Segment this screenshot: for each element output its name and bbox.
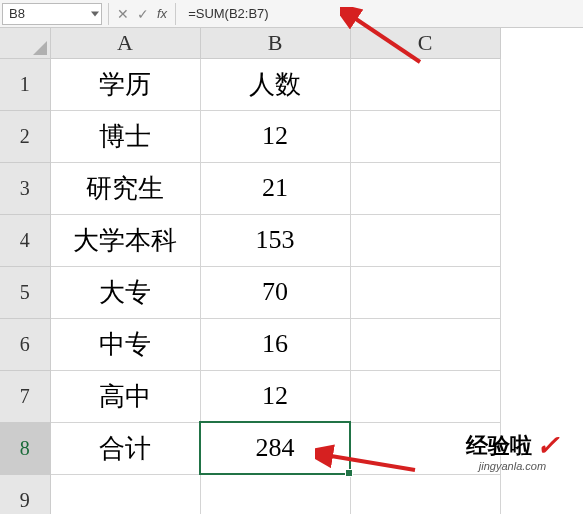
cell-B4[interactable]: 153 bbox=[200, 214, 350, 266]
cell-A2[interactable]: 博士 bbox=[50, 110, 200, 162]
cell-A5[interactable]: 大专 bbox=[50, 266, 200, 318]
row-header-5[interactable]: 5 bbox=[0, 266, 50, 318]
row-header-6[interactable]: 6 bbox=[0, 318, 50, 370]
svg-line-0 bbox=[350, 15, 420, 62]
name-box[interactable]: B8 bbox=[2, 3, 102, 25]
row-header-1[interactable]: 1 bbox=[0, 58, 50, 110]
cell-C7[interactable] bbox=[350, 370, 500, 422]
cancel-icon[interactable]: ✕ bbox=[117, 6, 129, 22]
row-header-3[interactable]: 3 bbox=[0, 162, 50, 214]
cell-B2[interactable]: 12 bbox=[200, 110, 350, 162]
cell-A8[interactable]: 合计 bbox=[50, 422, 200, 474]
cell-A7[interactable]: 高中 bbox=[50, 370, 200, 422]
name-box-value: B8 bbox=[9, 6, 25, 21]
cell-C5[interactable] bbox=[350, 266, 500, 318]
annotation-arrow-result bbox=[315, 440, 425, 480]
cell-C4[interactable] bbox=[350, 214, 500, 266]
cell-B5[interactable]: 70 bbox=[200, 266, 350, 318]
select-all-corner[interactable] bbox=[0, 28, 50, 58]
cell-C2[interactable] bbox=[350, 110, 500, 162]
row-header-2[interactable]: 2 bbox=[0, 110, 50, 162]
row-header-8[interactable]: 8 bbox=[0, 422, 50, 474]
formula-buttons: ✕ ✓ fx bbox=[108, 3, 176, 25]
spreadsheet-grid: A B C 1 学历 人数 2 博士 12 3 研究生 21 4 大学本科 15… bbox=[0, 28, 583, 514]
cell-C6[interactable] bbox=[350, 318, 500, 370]
cell-A9[interactable] bbox=[50, 474, 200, 514]
row-header-7[interactable]: 7 bbox=[0, 370, 50, 422]
column-header-B[interactable]: B bbox=[200, 28, 350, 58]
cell-C9[interactable] bbox=[350, 474, 500, 514]
cell-B6[interactable]: 16 bbox=[200, 318, 350, 370]
column-header-A[interactable]: A bbox=[50, 28, 200, 58]
fx-icon[interactable]: fx bbox=[157, 6, 167, 21]
cell-B3[interactable]: 21 bbox=[200, 162, 350, 214]
row-header-4[interactable]: 4 bbox=[0, 214, 50, 266]
chevron-down-icon[interactable] bbox=[91, 11, 99, 16]
row-header-9[interactable]: 9 bbox=[0, 474, 50, 514]
cell-B9[interactable] bbox=[200, 474, 350, 514]
cell-B7[interactable]: 12 bbox=[200, 370, 350, 422]
cell-A4[interactable]: 大学本科 bbox=[50, 214, 200, 266]
cell-C3[interactable] bbox=[350, 162, 500, 214]
cell-A3[interactable]: 研究生 bbox=[50, 162, 200, 214]
annotation-arrow-formula bbox=[340, 7, 430, 67]
cell-A6[interactable]: 中专 bbox=[50, 318, 200, 370]
svg-line-1 bbox=[325, 455, 415, 470]
formula-bar: B8 ✕ ✓ fx bbox=[0, 0, 583, 28]
cell-A1[interactable]: 学历 bbox=[50, 58, 200, 110]
cell-B1[interactable]: 人数 bbox=[200, 58, 350, 110]
enter-icon[interactable]: ✓ bbox=[137, 6, 149, 22]
